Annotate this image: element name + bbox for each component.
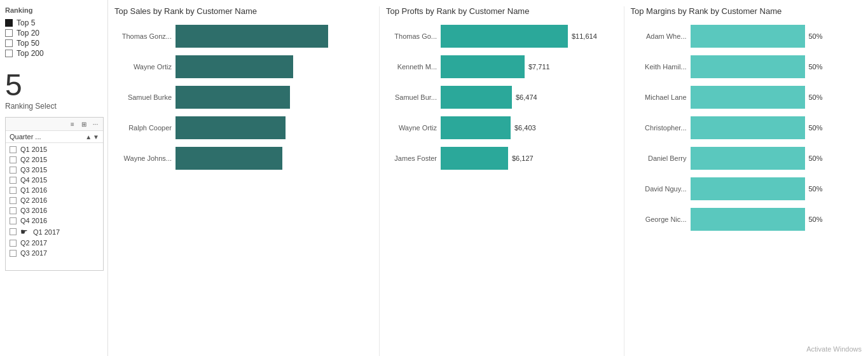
bar-value-outside: $6,474 <box>516 93 537 101</box>
slicer-item[interactable]: Q2 2015 <box>6 154 103 165</box>
bar-container: $6,127 <box>441 147 617 170</box>
bar-label: James Foster <box>386 154 437 162</box>
slicer-sort-arrows: ▲ ▼ <box>85 134 99 140</box>
ranking-item-top-200[interactable]: Top 200 <box>5 48 102 58</box>
bar-value-outside: $6,403 <box>514 124 536 132</box>
sort-desc-icon[interactable]: ▼ <box>93 134 99 140</box>
ranking-item-top-50[interactable]: Top 50 <box>5 38 102 48</box>
bar-value-outside: $11,614 <box>572 32 597 40</box>
slicer-item-label: Q3 2017 <box>20 249 47 257</box>
ranking-label: Top 5 <box>17 18 35 27</box>
slicer-checkbox <box>10 250 17 257</box>
chart-title-margins: Top Margins by Rank by Customer Name <box>631 6 862 16</box>
bar-label: Wayne Ortiz <box>114 63 172 71</box>
slicer-item-label: Q3 2016 <box>20 207 47 214</box>
slicer-checkbox <box>10 207 17 214</box>
slicer-checkbox <box>10 217 17 224</box>
bar-label: Samuel Bur... <box>386 93 437 101</box>
bar-fill <box>176 55 293 78</box>
slicer-item[interactable]: Q1 2015 <box>6 144 103 154</box>
slicer-header: Quarter ... ▲ ▼ <box>6 131 103 143</box>
bar-fill <box>176 147 282 170</box>
bar-value-outside: 50% <box>809 63 823 71</box>
bar-row: Ralph Cooper $19,069 <box>114 116 373 139</box>
ranking-select-label: Ranking Select <box>5 102 102 111</box>
ranking-label: Top 20 <box>17 29 39 38</box>
ranking-checkbox <box>5 29 13 37</box>
chart-section-sales: Top Sales by Rank by Customer Name Thoma… <box>108 6 380 356</box>
slicer-checkbox <box>10 156 17 163</box>
bar-row: David Nguy... 50% <box>631 177 862 200</box>
bar-container: $7,711 <box>441 55 617 78</box>
slicer-checkbox <box>10 240 17 247</box>
charts-area: Top Sales by Rank by Customer Name Thoma… <box>108 0 868 356</box>
bar-label: Christopher... <box>631 124 687 132</box>
bar-row: Kenneth M... $7,711 <box>386 55 617 78</box>
ranking-title: Ranking <box>5 6 102 14</box>
bar-container: $18,539 <box>176 147 373 170</box>
bar-fill <box>441 86 512 109</box>
bar-label: David Nguy... <box>631 185 687 193</box>
bar-container: 50% <box>691 55 862 78</box>
bar-container: 50% <box>691 147 862 170</box>
slicer-item[interactable]: Q2 2017 <box>6 238 103 248</box>
slicer-item[interactable]: ☛Q1 2017 <box>6 226 103 238</box>
bar-row: Thomas Gonz... $26,350 <box>114 25 373 48</box>
slicer-item-label: Q1 2015 <box>20 146 47 153</box>
slicer-checkbox <box>10 167 17 174</box>
bar-value: $18,539 <box>343 154 369 162</box>
slicer-item[interactable]: Q3 2016 <box>6 205 103 216</box>
bar-fill <box>441 116 511 139</box>
bar-chart-sales: Thomas Gonz... $26,350 Wayne Ortiz $20,3… <box>114 25 373 170</box>
slicer-more-icon[interactable]: ··· <box>90 119 100 129</box>
bar-fill <box>441 147 508 170</box>
bar-value: $20,362 <box>343 63 369 71</box>
slicer-list-icon[interactable]: ≡ <box>67 119 78 129</box>
activate-windows-text: Activate Windows <box>806 345 862 353</box>
bar-fill <box>691 116 805 139</box>
slicer-grid-icon[interactable]: ⊞ <box>79 119 89 129</box>
ranking-label: Top 50 <box>17 39 39 48</box>
big-number: 5 <box>5 70 102 100</box>
slicer-item[interactable]: Q2 2016 <box>6 195 103 205</box>
bar-container: 50% <box>691 208 862 231</box>
bar-label: Keith Hamil... <box>631 63 687 71</box>
bar-container: $6,474 <box>441 86 617 109</box>
ranking-checkbox <box>5 39 13 47</box>
chart-section-margins: Top Margins by Rank by Customer Name Ada… <box>624 6 869 356</box>
ranking-item-top-5[interactable]: Top 5 <box>5 18 102 28</box>
slicer-header-label: Quarter ... <box>10 133 41 140</box>
bar-fill <box>691 55 805 78</box>
bar-row: Daniel Berry 50% <box>631 147 862 170</box>
slicer-checkbox <box>10 228 17 235</box>
slicer-item-label: Q2 2017 <box>20 239 47 247</box>
bar-row: Adam Whe... 50% <box>631 25 862 48</box>
bar-fill <box>176 116 286 139</box>
bar-value-outside: 50% <box>809 154 823 162</box>
bar-value-outside: 50% <box>809 185 823 193</box>
bar-fill <box>691 147 805 170</box>
chart-title-profits: Top Profts by Rank by Customer Name <box>386 6 617 16</box>
slicer-checkbox <box>10 146 17 153</box>
slicer-item[interactable]: Q4 2015 <box>6 175 103 185</box>
slicer-item[interactable]: Q3 2015 <box>6 165 103 175</box>
slicer-box: ≡ ⊞ ··· Quarter ... ▲ ▼ Q1 2015 Q2 2015 … <box>5 117 104 271</box>
sort-asc-icon[interactable]: ▲ <box>85 134 92 140</box>
bar-fill <box>441 25 568 48</box>
bar-row: Samuel Burke $19,780 <box>114 86 373 109</box>
bar-row: Wayne Johns... $18,539 <box>114 147 373 170</box>
slicer-checkbox <box>10 197 17 204</box>
bar-container: $19,780 <box>176 86 373 109</box>
bar-container: $19,069 <box>176 116 373 139</box>
bar-row: James Foster $6,127 <box>386 147 617 170</box>
bar-label: Wayne Johns... <box>114 154 172 162</box>
ranking-item-top-20[interactable]: Top 20 <box>5 28 102 38</box>
slicer-item-label: Q4 2016 <box>20 217 47 224</box>
slicer-item[interactable]: Q4 2016 <box>6 216 103 226</box>
slicer-item-label: Q2 2016 <box>20 196 47 204</box>
bar-value-outside: 50% <box>809 93 823 101</box>
slicer-item[interactable]: Q3 2017 <box>6 248 103 258</box>
ranking-checkbox <box>5 19 13 27</box>
main-layout: Ranking Top 5 Top 20 Top 50 Top 200 5 Ra… <box>0 0 868 356</box>
slicer-item[interactable]: Q1 2016 <box>6 185 103 195</box>
